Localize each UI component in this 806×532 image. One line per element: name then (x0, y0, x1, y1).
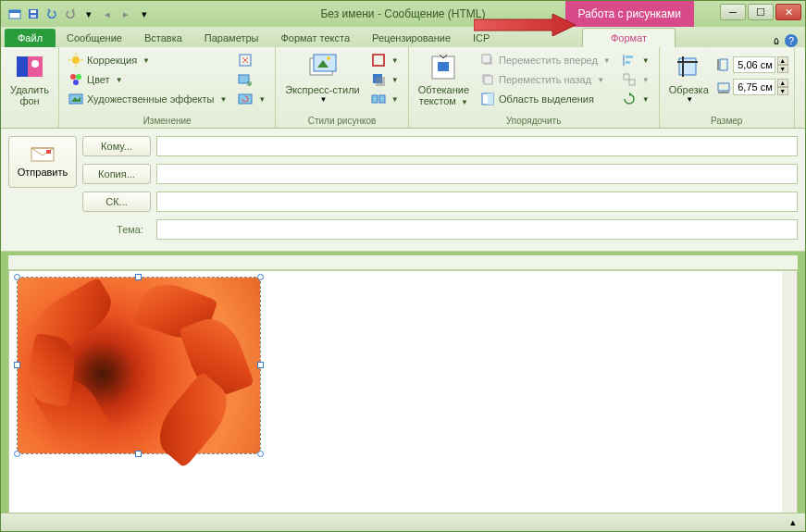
tab-options[interactable]: Параметры (193, 29, 270, 47)
zoom-collapse-icon[interactable]: ▴ (790, 516, 796, 528)
resize-handle-sw[interactable] (14, 451, 20, 457)
send-label: Отправить (18, 167, 68, 178)
height-down[interactable]: ▼ (777, 65, 788, 73)
quick-styles-button[interactable]: Экспресс-стили ▼ (281, 51, 363, 105)
tab-review[interactable]: Рецензирование (361, 29, 462, 47)
quick-access-toolbar: ▾ ◂ ▸ ▾ (1, 6, 153, 22)
bring-forward-button: Переместить вперед▼ (477, 51, 614, 69)
tab-format[interactable]: Формат (582, 28, 676, 47)
qat-customize-icon[interactable]: ▾ (136, 6, 153, 22)
send-button[interactable]: Отправить (8, 136, 77, 188)
to-input[interactable] (156, 136, 798, 156)
group-label-size: Размер (665, 114, 788, 128)
send-backward-icon (480, 72, 495, 87)
resize-handle-se[interactable] (257, 451, 264, 457)
tab-format-text[interactable]: Формат текста (269, 29, 361, 47)
svg-rect-28 (372, 95, 378, 103)
mail-header: Отправить Кому... Копия... СК... Тема: (1, 129, 805, 252)
artistic-effects-menu[interactable]: Художественные эффекты▼ (65, 90, 230, 108)
rotate-menu[interactable]: ▼ (618, 90, 653, 108)
redo-icon[interactable] (62, 6, 79, 22)
svg-rect-27 (376, 77, 385, 86)
remove-background-button[interactable]: Удалитьфон (6, 51, 53, 108)
prev-icon[interactable]: ◂ (99, 6, 116, 22)
width-spinner[interactable]: ▲▼ (716, 79, 788, 95)
change-picture-button[interactable] (234, 70, 269, 89)
height-spinner[interactable]: ▲▼ (716, 56, 788, 73)
group-label-styles: Стили рисунков (281, 114, 402, 128)
svg-rect-33 (482, 55, 490, 63)
resize-handle-w[interactable] (14, 362, 20, 368)
artistic-icon (68, 92, 83, 106)
resize-handle-ne[interactable] (257, 274, 264, 280)
svg-point-14 (76, 74, 81, 80)
cc-input[interactable] (156, 164, 798, 184)
cc-button[interactable]: Копия... (82, 164, 151, 184)
compress-icon (238, 53, 253, 68)
minimize-button[interactable]: ─ (720, 4, 746, 20)
tab-insert[interactable]: Вставка (133, 29, 193, 47)
picture-layout-menu[interactable]: ▼ (367, 90, 403, 108)
group-menu: ▼ (618, 70, 653, 89)
svg-rect-45 (720, 59, 727, 70)
svg-rect-46 (718, 83, 729, 91)
bcc-input[interactable] (156, 192, 798, 212)
resize-handle-s[interactable] (135, 451, 142, 457)
qat-more-icon[interactable]: ▾ (81, 6, 97, 22)
selected-image[interactable] (17, 277, 261, 454)
message-body[interactable] (8, 270, 798, 522)
svg-rect-25 (373, 55, 384, 66)
reset-picture-button[interactable]: ▼ (234, 90, 269, 108)
svg-point-13 (70, 74, 76, 80)
bcc-button[interactable]: СК... (82, 192, 151, 212)
subject-input[interactable] (156, 219, 798, 240)
svg-rect-35 (484, 76, 492, 84)
svg-rect-4 (31, 15, 36, 18)
file-tab[interactable]: Файл (5, 29, 56, 47)
height-input[interactable] (733, 56, 775, 73)
height-up[interactable]: ▲ (777, 56, 788, 65)
tab-message[interactable]: Сообщение (56, 29, 133, 47)
selection-pane-button[interactable]: Область выделения (477, 90, 614, 108)
compress-pictures-button[interactable] (234, 51, 269, 69)
undo-icon[interactable] (43, 6, 60, 22)
to-button[interactable]: Кому... (82, 136, 151, 156)
tab-icp[interactable]: ICP (462, 29, 501, 47)
ribbon-tabs: Файл Сообщение Вставка Параметры Формат … (1, 27, 805, 47)
picture-effects-menu[interactable]: ▼ (367, 70, 403, 89)
svg-rect-42 (629, 80, 635, 85)
app-icon[interactable] (6, 6, 23, 22)
svg-rect-44 (679, 58, 696, 75)
border-icon (371, 53, 386, 68)
group-label-arrange: Упорядочить (415, 114, 653, 128)
svg-rect-37 (488, 93, 493, 105)
ribbon-collapse-icon[interactable]: ۵ (774, 35, 779, 47)
next-icon[interactable]: ▸ (118, 6, 134, 22)
vertical-scrollbar[interactable] (782, 271, 797, 521)
width-input[interactable] (733, 79, 775, 95)
width-up[interactable]: ▲ (777, 79, 788, 87)
window-title: Без имени - Сообщение (HTML) (320, 7, 485, 20)
align-menu[interactable]: ▼ (618, 51, 653, 69)
rotate-icon (622, 92, 637, 106)
wrap-text-button[interactable]: Обтеканиетекстом ▼ (415, 51, 473, 110)
effects-icon (371, 72, 386, 87)
crop-button[interactable]: Обрезка ▼ (665, 51, 713, 105)
color-menu[interactable]: Цвет▼ (65, 70, 230, 89)
svg-point-8 (72, 56, 80, 64)
svg-point-15 (73, 80, 79, 85)
corrections-menu[interactable]: Коррекция▼ (65, 51, 230, 69)
svg-point-7 (31, 60, 39, 68)
resize-handle-n[interactable] (135, 274, 142, 280)
close-button[interactable]: ✕ (775, 4, 801, 20)
svg-rect-29 (379, 95, 385, 103)
resize-handle-e[interactable] (257, 362, 264, 368)
bring-forward-icon (480, 53, 495, 68)
resize-handle-nw[interactable] (14, 274, 20, 280)
save-icon[interactable] (25, 6, 42, 22)
help-icon[interactable]: ? (785, 34, 798, 47)
maximize-button[interactable]: ☐ (748, 4, 774, 20)
width-down[interactable]: ▼ (777, 87, 788, 95)
picture-border-menu[interactable]: ▼ (367, 51, 403, 69)
quick-styles-icon (308, 53, 338, 82)
